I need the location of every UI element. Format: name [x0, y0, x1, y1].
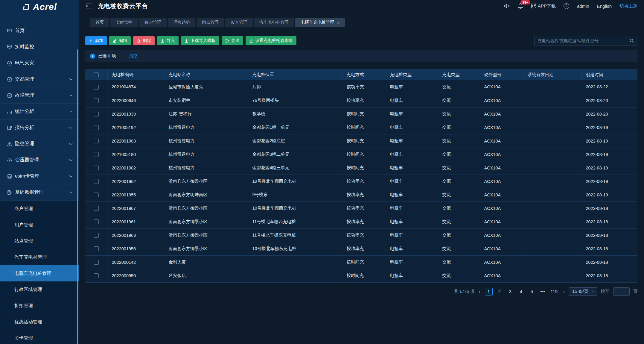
select-all-checkbox[interactable]	[94, 72, 99, 77]
sidebar-submenu-item[interactable]: 电瓶车充电桩管理	[0, 265, 79, 281]
cell-pile-type: 电瓶车	[386, 148, 438, 161]
sidebar-item-electric-fire[interactable]: 电气火灾	[0, 55, 79, 71]
row-checkbox[interactable]	[94, 112, 99, 116]
help-icon[interactable]: ?	[564, 3, 569, 9]
cell-pile-code: 2022001956	[107, 242, 164, 255]
cell-created-time: 2022-08-19	[581, 134, 637, 148]
column-header[interactable]: 充电桩类型	[386, 69, 438, 80]
cell-created-time: 2022-08-22	[581, 80, 637, 94]
sidebar-submenu-item[interactable]: IC卡管理	[0, 330, 79, 344]
sidebar-item-home[interactable]: 首页	[0, 23, 79, 39]
next-page-button[interactable]: ›	[562, 289, 565, 294]
sidebar-submenu-base-data: 商户管理 用户管理 站点管理 汽车充电桩管理 电瓶车充电	[0, 201, 79, 344]
transaction-icon	[7, 77, 13, 82]
statistics-icon	[7, 109, 13, 114]
page-jump-input[interactable]	[613, 287, 630, 296]
tab[interactable]: 运营趋势 ×	[168, 18, 195, 27]
page-number[interactable]: 5	[528, 288, 536, 295]
import-button[interactable]: 导入	[157, 36, 179, 45]
username[interactable]: admin	[577, 4, 589, 9]
row-checkbox[interactable]	[94, 193, 99, 197]
row-checkbox[interactable]	[94, 206, 99, 211]
sidebar-item-transactions[interactable]: 交易管理	[0, 71, 79, 87]
page-number[interactable]: 2	[496, 288, 503, 295]
sidebar-submenu-item[interactable]: 汽车充电桩管理	[0, 249, 79, 265]
sidebar-item-statistics[interactable]: 统计分析	[0, 104, 79, 120]
page-number[interactable]: 1	[485, 288, 493, 295]
tab[interactable]: 电瓶车充电桩管理 ×	[295, 18, 345, 27]
tab[interactable]: 站点管理 ×	[197, 18, 224, 27]
row-checkbox[interactable]	[94, 85, 99, 90]
sidebar-item-transformers[interactable]: 变压器管理	[0, 152, 79, 168]
chevron-up-icon	[69, 191, 73, 194]
theme-switch-link[interactable]: 切换主题	[619, 3, 637, 9]
prev-page-button[interactable]: ‹	[478, 289, 481, 294]
sidebar-item-base-data[interactable]: 基础数据管理	[0, 184, 79, 201]
tab-label: 站点管理	[202, 20, 219, 25]
export-button[interactable]: 导出	[222, 36, 243, 45]
cell-pile-location: 教学楼	[248, 107, 342, 121]
row-checkbox[interactable]	[94, 260, 99, 265]
row-checkbox[interactable]	[94, 98, 99, 103]
sidebar-item-reports[interactable]: 报告分析	[0, 120, 79, 136]
column-header[interactable]: 充电方式	[342, 69, 386, 80]
edit-button[interactable]: 编辑	[109, 36, 131, 45]
content: 添加 编辑 删除 导入 下载导入模板	[79, 27, 644, 344]
row-checkbox[interactable]	[94, 152, 99, 157]
tab[interactable]: 首页 ×	[90, 18, 109, 27]
selection-suffix: 项	[112, 53, 116, 59]
search-icon[interactable]	[629, 38, 634, 43]
sidebar-collapse-icon[interactable]	[85, 3, 92, 9]
sidebar-submenu-item[interactable]: 行政区域管理	[0, 281, 79, 298]
sidebar-submenu-item[interactable]: 优惠活动管理	[0, 314, 79, 330]
page-number[interactable]: 119	[549, 288, 559, 295]
language-switch[interactable]: English	[597, 4, 612, 9]
page-size-select[interactable]: 15 条/页	[569, 287, 597, 296]
column-header[interactable]: 创建时间	[581, 69, 637, 80]
column-header[interactable]: 系统有效日期	[523, 69, 581, 80]
row-checkbox[interactable]	[94, 179, 99, 184]
clear-selection-link[interactable]: 清空	[129, 53, 138, 59]
tab[interactable]: 账户管理 ×	[139, 18, 167, 27]
sidebar-submenu-item[interactable]: 商户管理	[0, 201, 79, 217]
set-hosting-period-button[interactable]: 设置充电桩托管期限	[246, 36, 296, 45]
row-checkbox[interactable]	[94, 139, 99, 143]
column-header[interactable]: 充电桩位置	[248, 69, 342, 80]
search-input[interactable]	[538, 38, 629, 43]
row-checkbox[interactable]	[94, 125, 99, 130]
mute-icon[interactable]	[504, 3, 510, 9]
sidebar-item-esim-cards[interactable]: esim卡管理	[0, 168, 79, 184]
download-template-button[interactable]: 下载导入模板	[181, 36, 219, 45]
sidebar-item-faults[interactable]: 故障管理	[0, 87, 79, 104]
cell-station-name: 沂南县东方御景小区	[164, 228, 248, 242]
app-download-link[interactable]: APP下载	[531, 3, 556, 9]
row-checkbox[interactable]	[94, 273, 99, 278]
sidebar-submenu-item[interactable]: 站点管理	[0, 233, 79, 249]
page-number[interactable]: 3	[506, 288, 514, 295]
sidebar-submenu-item[interactable]: 用户管理	[0, 217, 79, 233]
tab[interactable]: 汽车充电桩管理 ×	[254, 18, 294, 27]
sidebar-item-realtime-monitor[interactable]: 实时监控	[0, 39, 79, 55]
column-header[interactable]: 硬件型号	[480, 69, 523, 80]
row-checkbox[interactable]	[94, 166, 99, 170]
sidebar-submenu-item[interactable]: 折扣管理	[0, 298, 79, 314]
cell-charge-type: 交流	[438, 201, 480, 215]
monitor-icon	[7, 44, 13, 50]
tab[interactable]: IC卡管理 ×	[225, 18, 253, 27]
page-number[interactable]: 4	[517, 288, 525, 295]
row-checkbox[interactable]	[94, 246, 99, 251]
sidebar-item-hazards[interactable]: 隐患管理	[0, 136, 79, 152]
column-header[interactable]: 充电桩编码	[107, 69, 164, 80]
column-header[interactable]: 充电站名称	[164, 69, 248, 80]
page-number[interactable]: •••	[539, 288, 546, 295]
cell-hardware-model: ACX10A	[480, 228, 523, 242]
notifications-bell-icon[interactable]: 99+	[518, 3, 523, 9]
row-checkbox[interactable]	[94, 233, 99, 238]
column-header[interactable]: 充电类型	[438, 69, 480, 80]
row-checkbox[interactable]	[94, 219, 99, 224]
delete-button[interactable]: 删除	[133, 36, 155, 45]
tab[interactable]: 实时监控 ×	[110, 18, 138, 27]
cell-hardware-model: ACX10A	[480, 121, 523, 134]
tab-close-icon[interactable]: ×	[337, 20, 340, 25]
add-button[interactable]: 添加	[85, 36, 107, 45]
